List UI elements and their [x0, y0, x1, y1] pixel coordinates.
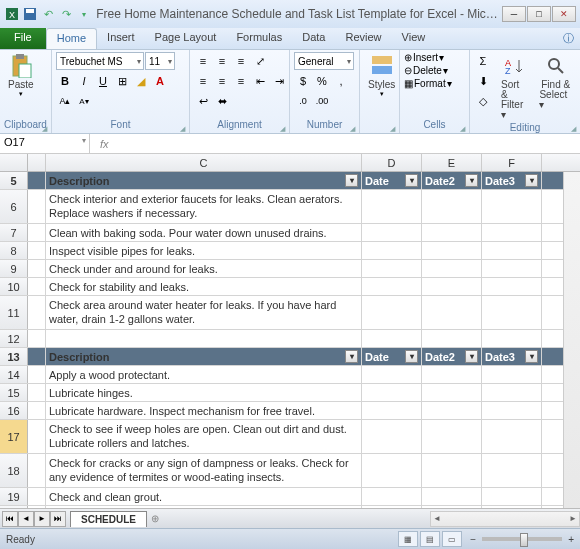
page-break-view-button[interactable]: ▭	[442, 531, 462, 547]
fill-color-button[interactable]: ◢	[132, 72, 150, 90]
sheet-nav-prev[interactable]: ◄	[18, 511, 34, 527]
close-button[interactable]: ✕	[552, 6, 576, 22]
table-row[interactable]: 7Clean with baking soda. Pour water down…	[0, 224, 580, 242]
cell[interactable]	[28, 420, 46, 453]
cell[interactable]	[422, 402, 482, 419]
table-row[interactable]: 18Check for cracks or any sign of dampne…	[0, 454, 580, 488]
indent-inc-icon[interactable]: ⇥	[270, 72, 288, 90]
cell[interactable]	[28, 278, 46, 295]
cell[interactable]	[28, 384, 46, 401]
cell[interactable]	[422, 420, 482, 453]
cell[interactable]	[362, 242, 422, 259]
underline-button[interactable]: U	[94, 72, 112, 90]
cell[interactable]	[482, 488, 542, 505]
maximize-button[interactable]: □	[527, 6, 551, 22]
file-tab[interactable]: File	[0, 28, 46, 49]
tab-data[interactable]: Data	[292, 28, 335, 49]
cell[interactable]	[28, 296, 46, 329]
cell[interactable]	[422, 224, 482, 241]
cell[interactable]: Lubricate hardware. Inspect mechanism fo…	[46, 402, 362, 419]
tab-home[interactable]: Home	[46, 28, 97, 49]
row-header[interactable]: 19	[0, 488, 28, 505]
shrink-font-icon[interactable]: A▾	[75, 92, 93, 110]
comma-icon[interactable]: ,	[332, 72, 350, 90]
cell[interactable]	[482, 330, 542, 347]
new-sheet-icon[interactable]: ⊕	[151, 513, 159, 524]
table-row[interactable]: 19Check and clean grout.	[0, 488, 580, 506]
filter-dropdown-icon[interactable]: ▾	[525, 174, 538, 187]
cell[interactable]	[422, 330, 482, 347]
cell[interactable]	[362, 488, 422, 505]
cell[interactable]	[362, 278, 422, 295]
cell-header-date[interactable]: Date2▾	[422, 348, 482, 365]
border-button[interactable]: ⊞	[113, 72, 131, 90]
cell[interactable]	[362, 224, 422, 241]
grid[interactable]: 5Description▾Date▾Date2▾Date3▾6Check int…	[0, 172, 580, 508]
row-header[interactable]: 12	[0, 330, 28, 347]
row-header[interactable]: 6	[0, 190, 28, 223]
cell[interactable]	[28, 366, 46, 383]
tab-formulas[interactable]: Formulas	[226, 28, 292, 49]
cell[interactable]	[482, 454, 542, 487]
filter-dropdown-icon[interactable]: ▾	[405, 174, 418, 187]
select-all-corner[interactable]	[0, 154, 28, 171]
table-row[interactable]: 12	[0, 330, 580, 348]
cell[interactable]: Check for stability and leaks.	[46, 278, 362, 295]
filter-dropdown-icon[interactable]: ▾	[525, 350, 538, 363]
cell[interactable]	[422, 296, 482, 329]
cell[interactable]: Check under and around for leaks.	[46, 260, 362, 277]
row-header[interactable]: 7	[0, 224, 28, 241]
row-header[interactable]: 10	[0, 278, 28, 295]
sheet-nav-last[interactable]: ⏭	[50, 511, 66, 527]
cell[interactable]	[28, 506, 46, 508]
paste-button[interactable]: Paste▾	[4, 52, 38, 100]
align-right-icon[interactable]: ≡	[232, 72, 250, 90]
cell[interactable]	[28, 402, 46, 419]
table-row[interactable]: 16Lubricate hardware. Inspect mechanism …	[0, 402, 580, 420]
format-cells-button[interactable]: ▦ Format ▾	[404, 78, 452, 89]
indent-dec-icon[interactable]: ⇤	[251, 72, 269, 90]
cell[interactable]	[482, 506, 542, 508]
cell[interactable]	[362, 190, 422, 223]
excel-icon[interactable]: X	[4, 6, 20, 22]
zoom-in-button[interactable]: +	[568, 534, 574, 545]
row-header[interactable]: 18	[0, 454, 28, 487]
sheet-nav-first[interactable]: ⏮	[2, 511, 18, 527]
cell-header-date[interactable]: Date▾	[362, 172, 422, 189]
insert-cells-button[interactable]: ⊕ Insert ▾	[404, 52, 452, 63]
cell[interactable]	[362, 384, 422, 401]
cell[interactable]	[482, 420, 542, 453]
bold-button[interactable]: B	[56, 72, 74, 90]
align-center-icon[interactable]: ≡	[213, 72, 231, 90]
cell[interactable]: Check interior and exterior faucets for …	[46, 190, 362, 223]
cell[interactable]: Apply a wood protectant.	[46, 366, 362, 383]
cell[interactable]	[422, 242, 482, 259]
cell[interactable]	[28, 172, 46, 189]
cell[interactable]	[28, 330, 46, 347]
zoom-out-button[interactable]: −	[470, 534, 476, 545]
cell[interactable]	[46, 330, 362, 347]
zoom-slider[interactable]	[482, 537, 562, 541]
delete-cells-button[interactable]: ⊖ Delete ▾	[404, 65, 452, 76]
cell-header-date[interactable]: Date3▾	[482, 172, 542, 189]
filter-dropdown-icon[interactable]: ▾	[345, 350, 358, 363]
row-header[interactable]: 13	[0, 348, 28, 365]
cell[interactable]: Check for cracks or any sign of dampness…	[46, 454, 362, 487]
tab-page-layout[interactable]: Page Layout	[145, 28, 227, 49]
cell[interactable]	[422, 190, 482, 223]
align-top-icon[interactable]: ≡	[194, 52, 212, 70]
row-header[interactable]: 8	[0, 242, 28, 259]
cell-header-date[interactable]: Date2▾	[422, 172, 482, 189]
filter-dropdown-icon[interactable]: ▾	[405, 350, 418, 363]
cell[interactable]	[482, 402, 542, 419]
grow-font-icon[interactable]: A▴	[56, 92, 74, 110]
cell[interactable]: Check area around water heater for leaks…	[46, 296, 362, 329]
cell[interactable]	[422, 278, 482, 295]
cell[interactable]	[482, 190, 542, 223]
cell[interactable]	[482, 224, 542, 241]
cell[interactable]	[482, 242, 542, 259]
cell[interactable]	[362, 454, 422, 487]
sheet-tab-schedule[interactable]: SCHEDULE	[70, 511, 147, 527]
row-header[interactable]: 17	[0, 420, 28, 453]
cell-header-desc[interactable]: Description▾	[46, 172, 362, 189]
